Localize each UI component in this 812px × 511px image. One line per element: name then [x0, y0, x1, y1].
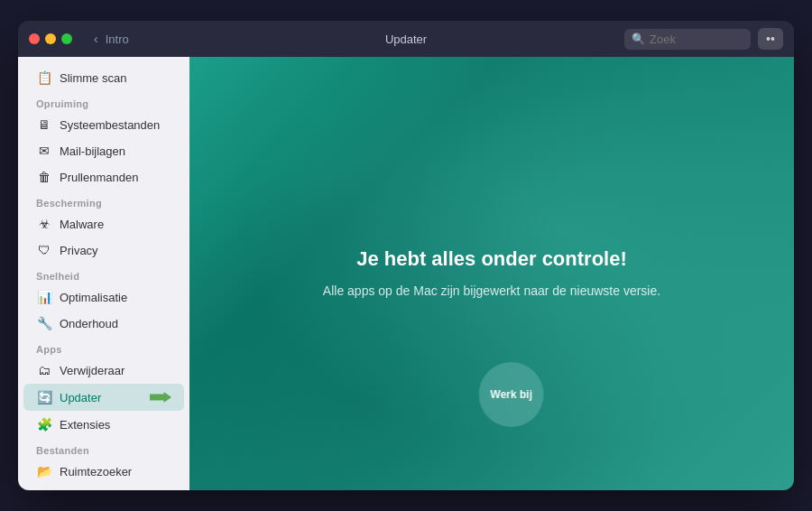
- systeembestanden-icon: 🖥: [36, 117, 52, 132]
- section-opruiming: Opruiming: [18, 91, 189, 111]
- malware-icon: ☣: [36, 217, 52, 231]
- sidebar-item-privacy[interactable]: 🛡 Privacy: [23, 237, 184, 263]
- sidebar-item-groot-en-oud[interactable]: 🗃 Groot en oud: [23, 485, 184, 490]
- sidebar-item-prullenmanden[interactable]: 🗑 Prullenmanden: [23, 164, 184, 190]
- main-content: Je hebt alles onder controle! Alle apps …: [305, 229, 678, 319]
- sidebar-item-malware[interactable]: ☣ Malware: [23, 211, 184, 237]
- section-bestanden: Bestanden: [18, 438, 189, 458]
- content-area: 📋 Slimme scan Opruiming 🖥 Systeembestand…: [18, 57, 794, 490]
- svg-marker-0: [150, 392, 171, 403]
- arrow-indicator: [150, 389, 171, 405]
- optimalisatie-icon: 📊: [36, 290, 52, 304]
- sidebar-item-updater[interactable]: 🔄 Updater: [23, 384, 184, 411]
- sidebar-item-label: Slimme scan: [60, 71, 126, 85]
- onderhoud-icon: 🔧: [36, 316, 52, 330]
- sidebar: 📋 Slimme scan Opruiming 🖥 Systeembestand…: [18, 57, 189, 490]
- main-panel: Je hebt alles onder controle! Alle apps …: [189, 57, 794, 490]
- app-window: ‹ Intro Updater 🔍 •• 📋 Slimme scan Oprui…: [18, 21, 794, 490]
- sidebar-item-ruimtezoeker[interactable]: 📂 Ruimtezoeker: [23, 459, 184, 484]
- traffic-lights: [29, 33, 72, 44]
- titlebar-right: 🔍 ••: [624, 28, 783, 50]
- window-title: Updater: [385, 33, 427, 46]
- green-arrow-icon: [150, 389, 171, 405]
- search-wrapper: 🔍: [624, 29, 751, 50]
- main-subtitle: Alle apps op de Mac zijn bijgewerkt naar…: [323, 282, 660, 301]
- trash-icon: 🗑: [36, 170, 52, 184]
- close-button[interactable]: [29, 33, 40, 44]
- maximize-button[interactable]: [61, 33, 72, 44]
- sidebar-item-optimalisatie[interactable]: 📊 Optimalisatie: [23, 284, 184, 310]
- section-apps: Apps: [18, 337, 189, 357]
- titlebar: ‹ Intro Updater 🔍 ••: [18, 21, 794, 57]
- sidebar-item-onderhoud[interactable]: 🔧 Onderhoud: [23, 311, 184, 336]
- verwijderaar-icon: 🗂: [36, 363, 52, 377]
- chevron-left-icon: ‹: [94, 32, 98, 46]
- search-input[interactable]: [624, 29, 751, 50]
- sidebar-item-slimme-scan[interactable]: 📋 Slimme scan: [23, 65, 184, 90]
- sidebar-item-verwijderaar[interactable]: 🗂 Verwijderaar: [23, 358, 184, 383]
- mail-icon: ✉: [36, 144, 52, 158]
- werk-bij-button[interactable]: Werk bij: [479, 362, 544, 427]
- back-label: Intro: [106, 33, 129, 46]
- sidebar-item-systeembestanden[interactable]: 🖥 Systeembestanden: [23, 112, 184, 137]
- slimme-scan-icon: 📋: [36, 70, 52, 85]
- section-bescherming: Bescherming: [18, 190, 189, 210]
- minimize-button[interactable]: [45, 33, 56, 44]
- section-snelheid: Snelheid: [18, 264, 189, 283]
- nav-back[interactable]: ‹ Intro: [94, 32, 129, 46]
- privacy-icon: 🛡: [36, 243, 52, 257]
- more-button[interactable]: ••: [758, 28, 783, 50]
- sidebar-item-mail-bijlagen[interactable]: ✉ Mail-bijlagen: [23, 138, 184, 163]
- ruimtezoeker-icon: 📂: [36, 464, 52, 478]
- more-icon: ••: [766, 32, 775, 46]
- updater-icon: 🔄: [36, 390, 52, 404]
- main-title: Je hebt alles onder controle!: [323, 247, 660, 271]
- extensies-icon: 🧩: [36, 417, 52, 432]
- werk-bij-label: Werk bij: [490, 388, 531, 401]
- sidebar-item-extensies[interactable]: 🧩 Extensies: [23, 412, 184, 437]
